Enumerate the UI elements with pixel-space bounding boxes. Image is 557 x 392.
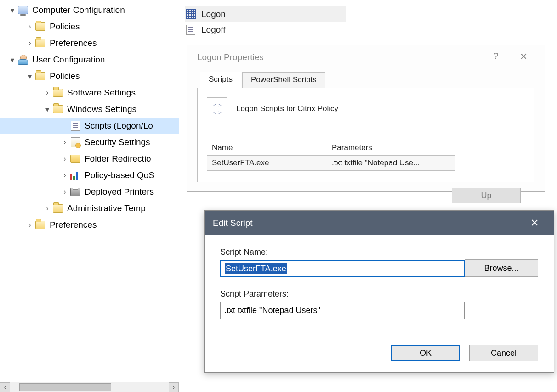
tree-node-user-configuration[interactable]: ▾ User Configuration <box>0 51 179 68</box>
column-header-name[interactable]: Name <box>207 140 327 155</box>
folder-icon <box>52 104 63 115</box>
browse-button[interactable]: Browse... <box>465 259 538 277</box>
tree-node-windows-settings[interactable]: ▾ Windows Settings <box>0 101 179 118</box>
edit-script-dialog: Edit Script ✕ Script Name: SetUserFTA.ex… <box>204 210 554 373</box>
tree-node-scripts[interactable]: › Scripts (Logon/Lo <box>0 118 179 134</box>
folder-icon <box>35 71 46 82</box>
list-item-logoff[interactable]: Logoff <box>185 22 557 38</box>
chevron-right-icon[interactable]: › <box>26 22 34 31</box>
grid-icon <box>185 8 197 20</box>
close-icon[interactable]: ✕ <box>510 51 537 64</box>
tree-label: Folder Redirectio <box>85 154 151 164</box>
tree-node-folder-redirection[interactable]: › Folder Redirectio <box>0 151 179 167</box>
help-button[interactable]: ? <box>482 51 510 64</box>
user-icon <box>17 54 28 65</box>
close-icon[interactable]: ✕ <box>523 211 546 235</box>
list-item-label: Logoff <box>201 25 225 35</box>
tree-label: Computer Configuration <box>32 5 125 15</box>
tree-node-admin-templates[interactable]: › Administrative Temp <box>0 200 179 217</box>
dialog-title: Logon Properties <box>197 52 264 62</box>
folder-icon <box>52 87 63 98</box>
script-list: Logon Logoff <box>179 0 557 38</box>
tree-label: Scripts (Logon/Lo <box>85 121 153 131</box>
computer-icon <box>17 5 28 16</box>
tree-node-user-policies[interactable]: ▾ Policies <box>0 68 179 84</box>
list-item-logon[interactable]: Logon <box>185 6 346 22</box>
divider <box>207 129 525 129</box>
tree-label: Preferences <box>50 220 97 230</box>
cell-parameters: .txt txtfile "Notepad Use... <box>327 156 455 170</box>
document-icon <box>207 97 227 120</box>
chevron-right-icon[interactable]: › <box>43 204 51 213</box>
printer-icon <box>70 186 81 197</box>
script-parameters-label: Script Parameters: <box>220 289 538 299</box>
chevron-right-icon[interactable]: › <box>61 188 69 196</box>
cell-name: SetUserFTA.exe <box>207 156 327 170</box>
tab-powershell[interactable]: PowerShell Scripts <box>242 72 325 88</box>
tree-label: Policy-based QoS <box>85 170 154 180</box>
folder-icon <box>52 203 63 214</box>
ok-button[interactable]: OK <box>391 345 460 361</box>
tree-label: Windows Settings <box>67 104 136 114</box>
tree-node-policy-qos[interactable]: › Policy-based QoS <box>0 167 179 184</box>
tree-label: Deployed Printers <box>85 187 154 197</box>
chevron-right-icon[interactable]: › <box>61 171 69 179</box>
tree-label: Preferences <box>50 38 97 48</box>
up-button[interactable]: Up <box>452 188 521 203</box>
header-text: Logon Scripts for Citrix Policy <box>236 104 338 113</box>
script-icon <box>185 24 197 36</box>
script-name-input[interactable]: SetUserFTA.exe <box>220 260 465 277</box>
folder-icon <box>35 21 46 32</box>
chevron-down-icon[interactable]: ▾ <box>26 72 34 81</box>
navigation-tree[interactable]: ▾ Computer Configuration › Policies › Pr… <box>0 0 179 233</box>
tree-label: User Configuration <box>32 55 105 65</box>
folder-icon <box>35 38 46 49</box>
tab-scripts[interactable]: Scripts <box>200 72 241 88</box>
chevron-right-icon[interactable]: › <box>43 89 51 97</box>
scroll-thumb[interactable] <box>19 383 111 391</box>
list-item-label: Logon <box>201 9 226 19</box>
scroll-track[interactable] <box>10 382 169 392</box>
tree-node-software-settings[interactable]: › Software Settings <box>0 84 179 101</box>
tree-node-policies[interactable]: › Policies <box>0 18 179 35</box>
column-header-parameters[interactable]: Parameters <box>327 140 455 155</box>
script-name-label: Script Name: <box>220 247 538 257</box>
script-icon <box>70 120 81 131</box>
chart-icon <box>70 170 81 181</box>
folder-icon <box>35 219 46 230</box>
tree-label: Software Settings <box>67 88 136 98</box>
chevron-right-icon[interactable]: › <box>26 221 34 229</box>
tabs: Scripts PowerShell Scripts <box>200 71 534 88</box>
chevron-down-icon[interactable]: ▾ <box>43 105 51 114</box>
scripts-table[interactable]: Name Parameters SetUserFTA.exe .txt txtf… <box>207 140 455 171</box>
tree-pane: ▾ Computer Configuration › Policies › Pr… <box>0 0 179 392</box>
tree-label: Security Settings <box>85 137 150 147</box>
tree-node-deployed-printers[interactable]: › Deployed Printers <box>0 184 179 200</box>
script-parameters-input[interactable] <box>220 302 465 319</box>
cancel-button[interactable]: Cancel <box>469 345 538 361</box>
horizontal-scrollbar[interactable]: ‹ › <box>0 382 179 392</box>
chevron-down-icon[interactable]: ▾ <box>8 6 17 15</box>
script-name-value: SetUserFTA.exe <box>225 263 287 274</box>
chevron-down-icon[interactable]: ▾ <box>8 56 17 64</box>
tree-node-security-settings[interactable]: › Security Settings <box>0 134 179 151</box>
tree-label: Policies <box>50 71 80 81</box>
folder-open-icon <box>70 153 81 164</box>
tree-label: Administrative Temp <box>67 203 146 213</box>
table-row[interactable]: SetUserFTA.exe .txt txtfile "Notepad Use… <box>207 156 455 170</box>
dialog-title: Edit Script <box>213 218 253 228</box>
shield-icon <box>70 137 81 148</box>
tree-node-preferences[interactable]: › Preferences <box>0 35 179 51</box>
chevron-right-icon[interactable]: › <box>61 138 69 146</box>
logon-properties-dialog: Logon Properties ? ✕ Scripts PowerShell … <box>187 45 545 192</box>
chevron-right-icon[interactable]: › <box>61 155 69 163</box>
scroll-left-button[interactable]: ‹ <box>0 382 10 392</box>
tree-node-user-preferences[interactable]: › Preferences <box>0 217 179 233</box>
tree-label: Policies <box>50 22 80 32</box>
chevron-right-icon[interactable]: › <box>26 39 34 47</box>
scroll-right-button[interactable]: › <box>169 382 179 392</box>
tree-node-computer-configuration[interactable]: ▾ Computer Configuration <box>0 2 179 18</box>
